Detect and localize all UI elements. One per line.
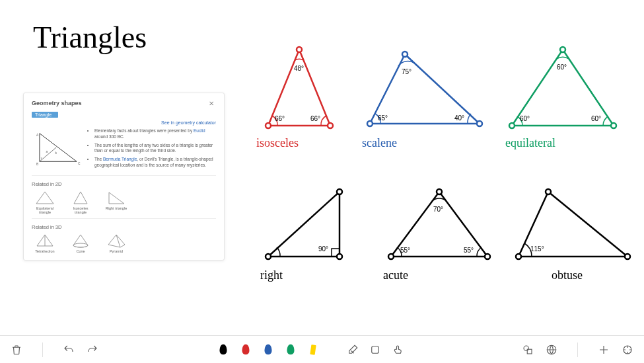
svg-point-38 <box>337 189 342 194</box>
label-obtuse: obtuse <box>552 268 634 282</box>
svg-point-33 <box>509 123 515 128</box>
triangle-equilateral: 60° 60° 60° equilateral <box>505 43 621 150</box>
svg-text:70°: 70° <box>433 206 443 213</box>
svg-text:60°: 60° <box>591 115 601 122</box>
svg-text:B: B <box>36 163 38 166</box>
related-3d-title: Related in 3D <box>32 224 216 230</box>
bullet-3: The Bermuda Triangle, or Devil's Triangl… <box>94 157 216 169</box>
web-button[interactable] <box>544 343 559 357</box>
svg-point-45 <box>388 254 394 259</box>
card-link[interactable]: See in geometry calculator <box>32 120 216 125</box>
eraser-button[interactable] <box>345 343 360 357</box>
pen-palette <box>216 343 405 357</box>
svg-marker-10 <box>109 192 124 204</box>
touch-button[interactable] <box>390 343 405 357</box>
triangle-obtuse: 115° obtuse <box>512 185 634 282</box>
svg-text:75°: 75° <box>402 68 411 75</box>
related-2d-row: Equilateral triangle Isosceles triangle … <box>32 190 216 214</box>
svg-marker-0 <box>40 134 77 162</box>
related-2d-title: Related in 2D <box>32 181 216 187</box>
svg-text:115°: 115° <box>530 245 544 253</box>
svg-text:65°: 65° <box>378 114 388 122</box>
rel-pyramid[interactable]: Pyramid <box>103 233 129 253</box>
svg-text:90°: 90° <box>318 245 328 253</box>
svg-rect-55 <box>371 346 378 353</box>
pen-red[interactable] <box>238 343 253 357</box>
page-title: Triangles <box>33 20 147 55</box>
svg-point-31 <box>560 47 565 52</box>
svg-marker-23 <box>370 54 480 124</box>
label-right: right <box>260 268 353 282</box>
pen-black[interactable] <box>216 343 231 357</box>
svg-marker-16 <box>268 50 330 126</box>
svg-text:C: C <box>78 162 81 165</box>
rel-tetra[interactable]: Tetrahedron <box>32 233 58 253</box>
label-scalene: scalene <box>362 136 487 150</box>
svg-text:55°: 55° <box>464 247 474 254</box>
pen-yellow-highlighter[interactable] <box>306 343 320 357</box>
lasso-button[interactable] <box>368 343 382 357</box>
card-tag[interactable]: Triangle <box>32 112 58 118</box>
svg-point-25 <box>477 121 482 126</box>
svg-point-39 <box>337 254 342 259</box>
label-isosceles: isosceles <box>256 136 342 150</box>
whiteboard-canvas[interactable]: Triangles Geometry shapes ✕ Triangle See… <box>0 0 644 335</box>
info-card: Geometry shapes ✕ Triangle See in geomet… <box>23 93 225 261</box>
svg-marker-30 <box>512 50 614 126</box>
svg-point-18 <box>328 123 333 128</box>
triangle-isosceles: 48° 66° 66° isosceles <box>256 43 342 150</box>
svg-point-13 <box>73 243 88 247</box>
svg-marker-37 <box>268 192 340 257</box>
card-triangle-diagram: A b a γ B C <box>32 128 83 167</box>
triangle-scalene: 75° 65° 40° scalene <box>362 48 487 150</box>
related-3d-row: Tetrahedron Cone Pyramid <box>32 233 216 253</box>
rel-equilateral[interactable]: Equilateral triangle <box>32 190 58 214</box>
triangle-acute: 70° 55° 55° acute <box>383 185 495 282</box>
label-equilateral: equilateral <box>505 136 621 150</box>
svg-text:b: b <box>55 151 57 155</box>
svg-marker-8 <box>36 192 54 204</box>
svg-text:γ: γ <box>41 157 42 159</box>
redo-button[interactable] <box>85 343 100 357</box>
svg-marker-9 <box>74 192 87 204</box>
label-acute: acute <box>383 268 495 282</box>
svg-rect-54 <box>310 344 316 355</box>
svg-text:40°: 40° <box>454 114 464 122</box>
svg-text:48°: 48° <box>294 65 304 72</box>
svg-point-26 <box>367 121 373 126</box>
svg-point-40 <box>266 254 271 259</box>
svg-text:60°: 60° <box>520 115 530 122</box>
svg-point-32 <box>611 123 616 128</box>
bullet-2: The sum of the lengths of any two sides … <box>94 143 216 155</box>
svg-text:A: A <box>36 134 39 137</box>
svg-text:a: a <box>46 150 48 153</box>
shapes-button[interactable] <box>520 343 535 357</box>
pen-blue[interactable] <box>261 343 275 357</box>
triangle-right: 90° right <box>260 185 353 282</box>
add-button[interactable] <box>596 343 611 357</box>
card-bullets: Elementary facts about triangles were pr… <box>89 128 216 171</box>
svg-text:66°: 66° <box>310 115 320 122</box>
card-title: Geometry shapes <box>32 100 82 106</box>
svg-text:66°: 66° <box>275 115 285 122</box>
svg-point-44 <box>485 254 490 259</box>
rel-right[interactable]: Right triangle <box>103 190 129 214</box>
settings-button[interactable] <box>620 343 635 357</box>
svg-point-24 <box>402 52 408 57</box>
card-close-button[interactable]: ✕ <box>207 100 216 107</box>
svg-point-19 <box>266 123 271 128</box>
rel-isosceles[interactable]: Isosceles triangle <box>67 190 94 214</box>
toolbar <box>0 335 644 363</box>
trash-button[interactable] <box>9 343 24 357</box>
svg-point-50 <box>546 189 551 194</box>
svg-point-56 <box>524 346 529 351</box>
svg-point-52 <box>516 254 521 259</box>
rel-cone[interactable]: Cone <box>67 233 94 253</box>
bullet-1: Elementary facts about triangles were pr… <box>94 128 216 140</box>
svg-point-51 <box>625 254 630 259</box>
svg-text:60°: 60° <box>557 63 567 71</box>
svg-point-43 <box>437 189 442 194</box>
undo-button[interactable] <box>61 343 76 357</box>
pen-green[interactable] <box>283 343 298 357</box>
svg-text:55°: 55° <box>400 247 410 254</box>
